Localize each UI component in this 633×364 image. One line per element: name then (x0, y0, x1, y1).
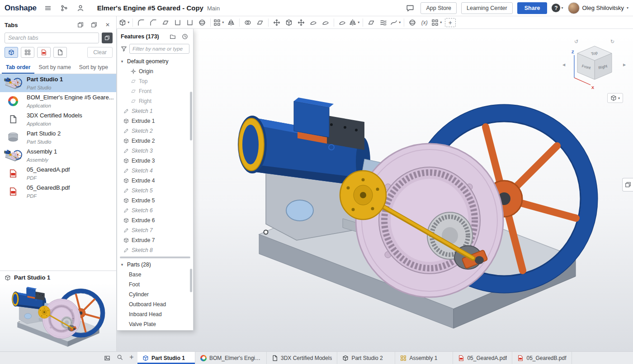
thicken-button[interactable]: ▾ (118, 17, 130, 28)
feature-right-plane[interactable]: Right (117, 96, 193, 106)
view-cube[interactable]: ↺ ↻ ◀ ▶ Top Front Right Z X (561, 36, 628, 91)
comments-button[interactable] (404, 2, 416, 14)
fill-surface-button[interactable] (336, 17, 348, 28)
helix-button[interactable] (378, 17, 389, 28)
close-panel-button[interactable]: ✕ (103, 20, 113, 30)
parts-section-header[interactable]: ▾ Parts (28) (117, 260, 193, 270)
part-row[interactable]: Cylinder (117, 289, 193, 299)
tab-list-item-assembly-1[interactable]: Assembly 1Assembly (0, 146, 116, 164)
parts-scrollbar[interactable] (190, 269, 192, 292)
learning-center-button[interactable]: Learning Center (461, 2, 513, 14)
default-geometry-header[interactable]: ▾ Default geometry (117, 56, 193, 66)
panel-layout-button[interactable] (89, 20, 99, 30)
feature-origin[interactable]: Origin (117, 66, 193, 76)
draft-button[interactable] (160, 17, 171, 28)
filter-funnel-icon[interactable] (121, 46, 127, 52)
create-tab-button[interactable]: + (126, 352, 137, 363)
thumbnail-view-button[interactable] (101, 353, 113, 364)
variable-studio-button[interactable]: ▾ (431, 17, 443, 28)
onshape-logo[interactable]: Onshape (5, 4, 37, 13)
part-row[interactable]: Valve Plate (117, 319, 193, 329)
versions-button[interactable] (58, 2, 70, 14)
tab-list-item-bom[interactable]: BOM_Elmer's Engine #5 Geare...Applicatio… (0, 92, 116, 110)
sphere-button[interactable] (406, 17, 418, 28)
manage-tabs-button[interactable] (114, 352, 126, 363)
feature-row[interactable]: Extrude 5 (117, 196, 193, 205)
bottom-tab-assembly-1[interactable]: Assembly 1 (395, 352, 453, 364)
delete-face-button[interactable] (283, 17, 295, 28)
new-folder-button[interactable] (168, 32, 177, 41)
offset-surface-button[interactable] (320, 17, 331, 28)
part-row[interactable]: Foot (117, 280, 193, 289)
rib-button[interactable] (172, 17, 184, 28)
feature-row[interactable]: Extrude 6 (117, 215, 193, 225)
tab-list-item-part-studio-2[interactable]: Part Studio 2Part Studio (0, 128, 116, 146)
tab-list-item-pdf-a[interactable]: 05_GearedA.pdfPDF (0, 164, 116, 182)
split-button[interactable] (254, 17, 266, 28)
filter-assemblies-button[interactable] (21, 47, 34, 58)
feature-row[interactable]: Sketch 5 (117, 186, 193, 196)
rollback-bar[interactable] (120, 257, 190, 258)
feature-row[interactable]: Sketch 1 (117, 106, 193, 116)
mirror-button[interactable] (225, 17, 237, 28)
custom-feature-button[interactable]: + (445, 18, 456, 27)
feature-front-plane[interactable]: Front (117, 86, 193, 96)
move-face-button[interactable] (295, 17, 307, 28)
hole-button[interactable] (196, 17, 208, 28)
bottom-tab-pdf-a[interactable]: 05_GearedA.pdf (453, 352, 512, 364)
feature-row[interactable]: Extrude 7 (117, 235, 193, 245)
feature-row[interactable]: Sketch 2 (117, 126, 193, 136)
feature-row[interactable]: Extrude 4 (117, 176, 193, 186)
chamfer-button[interactable] (147, 17, 159, 28)
view-options-button[interactable]: ▾ (607, 93, 623, 103)
history-button[interactable] (180, 32, 189, 41)
sort-tab-order[interactable]: Tab order (2, 61, 34, 74)
rotate-east-icon[interactable]: ▶ (623, 63, 626, 67)
tab-list-item-pdf-b[interactable]: 05_GearedB.pdfPDF (0, 182, 116, 201)
help-menu-button[interactable]: ? ▾ (552, 2, 563, 14)
feature-row[interactable]: Extrude 1 (117, 116, 193, 126)
bottom-tab-pdf-b[interactable]: 05_GearedB.pdf (512, 352, 572, 364)
sort-by-type[interactable]: Sort by type (75, 61, 112, 74)
search-tabs-input[interactable] (5, 33, 99, 43)
branch-name[interactable]: Main (207, 5, 220, 12)
bottom-tab-bom[interactable]: BOM_Elmer's Engine #5 ... (195, 352, 267, 364)
document-menu-button[interactable] (42, 2, 54, 14)
boolean-button[interactable] (242, 17, 254, 28)
filter-pdf-button[interactable] (37, 47, 51, 58)
mirror-surface-button[interactable]: ▾ (349, 17, 360, 28)
search-options-button[interactable] (102, 33, 113, 43)
tab-list-item-3dx[interactable]: 3DX Certified ModelsApplication (0, 110, 116, 128)
clear-filters-button[interactable]: Clear (87, 47, 113, 58)
replace-face-button[interactable] (307, 17, 319, 28)
fillet-button[interactable] (135, 17, 147, 28)
share-button[interactable]: Share (517, 2, 548, 14)
feature-row[interactable]: Sketch 6 (117, 205, 193, 215)
rotate-right-icon[interactable]: ↻ (610, 39, 614, 44)
shell-button[interactable] (184, 17, 196, 28)
filter-part-studios-button[interactable] (5, 47, 18, 58)
feature-filter-input[interactable] (129, 44, 189, 54)
app-store-button[interactable]: App Store (420, 2, 457, 14)
curve-button[interactable]: ▾ (390, 17, 402, 28)
rotate-west-icon[interactable]: ◀ (562, 63, 566, 67)
plane-button[interactable] (365, 17, 377, 28)
tab-list-item-part-studio-1[interactable]: Part Studio 1Part Studio (0, 74, 116, 92)
part-row[interactable]: Outboard Head (117, 299, 193, 309)
user-menu-button[interactable]: Oleg Shilovitsky ▾ (568, 2, 629, 14)
feature-row[interactable]: Sketch 3 (117, 146, 193, 156)
model-viewport[interactable] (117, 29, 633, 351)
right-panel-flyout-button[interactable] (622, 178, 633, 191)
filter-other-button[interactable] (53, 47, 67, 58)
linear-pattern-button[interactable]: ▾ (213, 17, 225, 28)
variable-button[interactable]: (x) (419, 17, 430, 28)
feature-row[interactable]: Sketch 8 (117, 245, 193, 255)
dock-panel-button[interactable] (76, 20, 85, 30)
feature-row[interactable]: Sketch 7 (117, 225, 193, 235)
bottom-tab-part-studio-1[interactable]: Part Studio 1 (137, 352, 195, 364)
follow-mode-button[interactable] (75, 2, 86, 14)
feature-top-plane[interactable]: Top (117, 76, 193, 86)
transform-button[interactable] (271, 17, 283, 28)
rotate-left-icon[interactable]: ↺ (574, 39, 578, 44)
feature-row[interactable]: Extrude 2 (117, 136, 193, 146)
